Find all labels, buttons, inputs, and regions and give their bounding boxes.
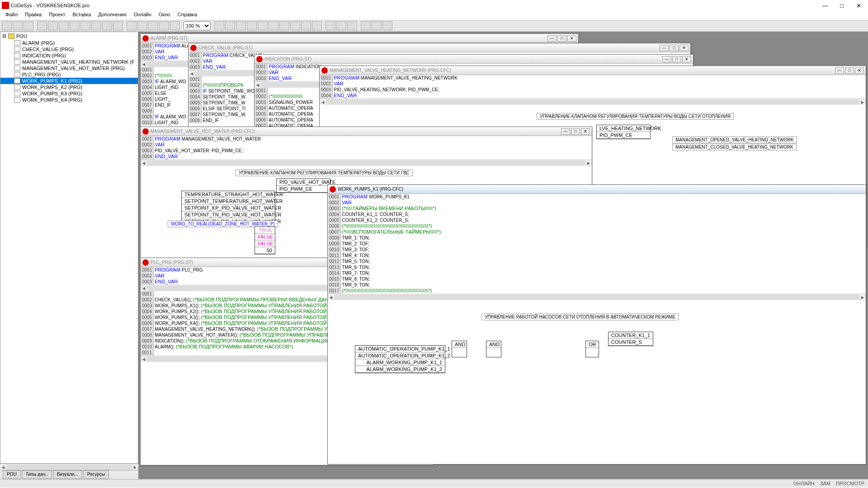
minimize-button[interactable]: — xyxy=(817,2,833,9)
tb-h[interactable] xyxy=(290,21,300,30)
tb-login[interactable] xyxy=(59,21,69,30)
tb-findnext[interactable] xyxy=(170,21,180,30)
tb-new[interactable] xyxy=(2,21,12,30)
cfc-input[interactable]: AUTOMATIC_OPERATION_PUMP_K1_1 xyxy=(355,346,445,352)
zoom-select[interactable]: 100 % xyxy=(184,21,211,30)
tb-cut[interactable] xyxy=(127,21,137,30)
win-close[interactable]: ✕ xyxy=(855,67,864,74)
cfc-input[interactable]: SETPOINT_TEMPERATURE_HOT_WATER xyxy=(182,198,275,205)
win-max[interactable]: □ xyxy=(845,67,854,74)
menubar: Файл Правка Проект Вставка Дополнения Он… xyxy=(0,11,868,20)
win-title: MANAGEMENT_VALVE_HOT_WATER (PRG-CFC) xyxy=(151,129,561,134)
tb-i[interactable] xyxy=(301,21,311,30)
tb-logout[interactable] xyxy=(70,21,80,30)
gate-and[interactable]: AND xyxy=(486,341,501,348)
cfc-caption: УПРАВЛЕНИЕ КЛАПАНОМ РЕГУЛИРОВАНИЯ ТЕМПЕР… xyxy=(236,169,413,176)
tree-item[interactable]: MANAGEMENT_VALVE_HEATING_NETWORK (F xyxy=(0,59,138,65)
cfc-input[interactable]: TEMPERATURE_STRAIGHT_HOT_WATER xyxy=(182,191,275,198)
win-max[interactable]: □ xyxy=(670,45,679,51)
tb-save[interactable] xyxy=(24,21,33,30)
tb-find[interactable] xyxy=(159,21,169,30)
close-button[interactable]: ✕ xyxy=(851,2,866,9)
menu-edit[interactable]: Правка xyxy=(21,11,45,20)
block-name: LVE_HEATING_NETWORK xyxy=(597,125,650,132)
tb-a[interactable] xyxy=(214,21,224,30)
pou-icon xyxy=(14,53,20,58)
win-min[interactable]: — xyxy=(662,56,671,62)
menu-online[interactable]: Онлайн xyxy=(130,11,155,20)
tree-item[interactable]: PLC_PRG (PRG) xyxy=(0,71,138,78)
menu-extras[interactable]: Дополнения xyxy=(94,11,130,20)
tb-bp[interactable] xyxy=(91,21,101,30)
tb-g[interactable] xyxy=(279,21,289,30)
tb-copy[interactable] xyxy=(137,21,147,30)
project-tree[interactable]: ⊟POU ALARM (PRG)CHECK_VALUE (PRG)INDICAT… xyxy=(0,32,138,464)
cfc-input[interactable]: AUTOMATIC_OPERATION_PUMP_K1_2 xyxy=(355,352,445,359)
pou-icon xyxy=(321,67,328,74)
win-max[interactable]: □ xyxy=(571,128,580,135)
tab-datatypes[interactable]: Типы дан.. xyxy=(22,470,52,479)
tree-item[interactable]: WORK_PUMPS_K3 (PRG) xyxy=(0,90,138,97)
win-close[interactable]: ✕ xyxy=(682,56,691,62)
cfc-output[interactable]: MANAGEMENT_OPENED_VALVE_HEATING_NETWORK xyxy=(672,136,797,143)
menu-insert[interactable]: Вставка xyxy=(69,11,94,20)
pou-icon xyxy=(14,91,20,96)
tb-e[interactable] xyxy=(258,21,268,30)
tb-prev[interactable] xyxy=(372,21,382,30)
tb-d[interactable] xyxy=(247,21,257,30)
menu-help[interactable]: Справка xyxy=(174,11,201,20)
tab-pou[interactable]: POU xyxy=(3,470,21,479)
win-min[interactable]: — xyxy=(835,67,844,74)
tb-c[interactable] xyxy=(236,21,246,30)
menu-file[interactable]: Файл xyxy=(2,11,21,20)
tb-open[interactable] xyxy=(13,21,23,30)
win-close[interactable]: ✕ xyxy=(581,128,590,135)
tree-item[interactable]: WORK_PUMPS_K1 (PRG) xyxy=(0,78,138,84)
maximize-button[interactable]: □ xyxy=(834,2,849,9)
tb-watch[interactable] xyxy=(102,21,112,30)
gate-or[interactable]: OR xyxy=(586,341,599,348)
cfc-input[interactable]: SETPOINT_TN_PID_VALVE_HOT_WATER xyxy=(182,211,275,218)
tb-b[interactable] xyxy=(225,21,235,30)
tb-trace[interactable] xyxy=(113,21,123,30)
cfc-input[interactable]: ALARM_WORKING_PUMP_K1_1 xyxy=(355,359,445,366)
win-max[interactable]: □ xyxy=(557,35,566,42)
win-max[interactable]: □ xyxy=(672,56,681,62)
tb-l[interactable] xyxy=(336,21,346,30)
win-wp[interactable]: WORK_PUMPS_K1 (PRG-CFC) 0001000200030004… xyxy=(327,184,866,465)
tb-stop[interactable] xyxy=(48,21,58,30)
pou-icon xyxy=(14,59,20,65)
block-name: COUNTER_K1_1 xyxy=(609,332,653,339)
tab-resources[interactable]: Ресурсы xyxy=(83,470,109,479)
tb-j[interactable] xyxy=(312,21,322,30)
tab-visual[interactable]: Визуали... xyxy=(53,470,82,479)
tb-first[interactable] xyxy=(361,21,371,30)
menu-window[interactable]: Окно xyxy=(155,11,174,20)
tree-item[interactable]: INDICATION (PRG) xyxy=(0,52,138,59)
tb-k[interactable] xyxy=(326,21,335,30)
tree-item[interactable]: CHECK_VALUE (PRG) xyxy=(0,46,138,52)
tb-next[interactable] xyxy=(382,21,392,30)
menu-project[interactable]: Проект xyxy=(45,11,69,20)
tb-paste[interactable] xyxy=(148,21,158,30)
win-min[interactable]: — xyxy=(547,35,557,42)
cfc-input[interactable]: ALARM_WORKING_PUMP_K1_2 xyxy=(355,366,445,373)
gate-and[interactable]: AND xyxy=(452,341,467,348)
tree-item[interactable]: MANAGEMENT_VALVE_HOT_WATER (PRG) xyxy=(0,65,138,71)
cfc-input[interactable]: SETPOINT_KP_PID_VALVE_HOT_WATER xyxy=(182,205,275,211)
tb-f[interactable] xyxy=(269,21,278,30)
tb-run[interactable] xyxy=(37,21,47,30)
tree-item[interactable]: WORK_PUMPS_K4 (PRG) xyxy=(0,97,138,103)
block-name: PID_VALVE_HOT_WATE xyxy=(277,179,330,186)
tree-item[interactable]: WORK_PUMPS_K2 (PRG) xyxy=(0,84,138,90)
tree-item[interactable]: ALARM (PRG) xyxy=(0,40,138,46)
win-close[interactable]: ✕ xyxy=(679,45,689,51)
win-title: WORK_PUMPS_K1 (PRG-CFC) xyxy=(338,187,864,192)
win-min[interactable]: — xyxy=(561,128,570,135)
win-close[interactable]: ✕ xyxy=(567,35,576,42)
cfc-output[interactable]: MANAGEMENT_CLOSED_VALVE_HEATING_NETWORK xyxy=(672,144,797,150)
cfc-caption: УПРАВЛЕНИЕ РАБОТОЙ НАСОСОВ СЕТИ ОТОПЛЕНИ… xyxy=(481,314,679,320)
tb-m[interactable] xyxy=(347,21,357,30)
win-min[interactable]: — xyxy=(660,45,669,51)
tb-step[interactable] xyxy=(80,21,90,30)
